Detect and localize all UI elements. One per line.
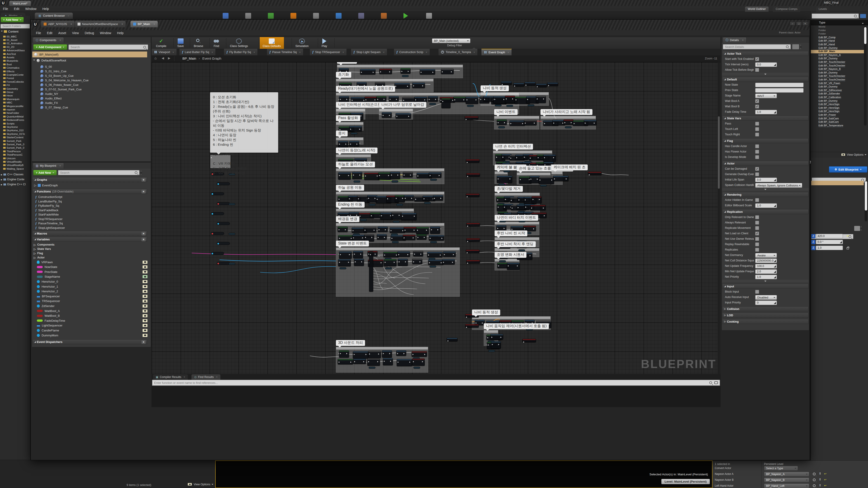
text-field[interactable] [755,83,804,87]
toolbar-browse[interactable]: Browse [191,37,206,49]
comment-bubble[interactable]: 기본 설정 [337,62,357,64]
transform-value-field[interactable]: 0.0 ° [816,240,843,244]
actor-dropdown[interactable]: BP_Nayeon_B [764,478,809,482]
outliner-row[interactable]: Edit BP_TouchChecker [818,61,845,64]
details-tab[interactable]: ⓘDetails× [723,37,747,43]
variable-item[interactable]: TRSequencer [37,299,151,303]
folder-item[interactable]: Cinematics [3,66,30,70]
variable-eye-toggle[interactable] [143,299,148,303]
expand-more-button[interactable] [722,73,809,75]
graph-node[interactable] [563,120,574,125]
variable-pill-node[interactable] [217,242,230,245]
folder-item[interactable]: NewFolder [3,111,30,115]
outliner-row[interactable]: Edit BP_Hand [818,39,835,42]
bp-menu-view[interactable]: View [69,30,82,36]
folder-item[interactable]: FX [3,84,30,87]
checkbox[interactable] [755,133,759,136]
graph-node[interactable] [401,68,410,74]
graph-node[interactable] [543,155,556,162]
view-options-button[interactable]: View Options [187,483,213,486]
comment-bubble[interactable]: 하늘 공원 이동 [336,185,364,191]
value-field[interactable]: 1.0 [755,110,777,114]
graph-node[interactable] [364,227,376,232]
event-node[interactable] [466,238,480,242]
browse-to-icon[interactable] [813,479,815,481]
outliner-row[interactable]: Edit BP_HereSign [818,110,839,113]
details-section-state-vars[interactable]: ◢State Vars [722,116,809,121]
sequence-stack-node[interactable] [369,252,373,292]
event-node[interactable] [465,116,478,120]
add-component-button[interactable]: +Add Component [33,44,67,50]
graph-node[interactable] [530,205,546,210]
wire-stub-node[interactable] [350,132,358,134]
graph-node[interactable] [360,69,375,74]
close-icon[interactable]: × [299,51,301,54]
checkbox[interactable] [755,144,759,148]
graph-node[interactable] [524,120,537,125]
eventgraph-row[interactable]: ▷EventGraph [34,183,151,188]
graph-node[interactable] [403,172,413,177]
graph-node[interactable] [536,96,546,103]
wire-stub-node[interactable] [499,260,506,262]
graph-node[interactable] [525,82,535,86]
bp-menu-debug[interactable]: Debug [82,30,97,36]
result-tab-1[interactable]: ◎Find Results× [191,375,220,380]
transform-value-field[interactable]: 420.0 [816,234,843,238]
checkbox[interactable] [755,198,759,202]
dock-tab-1[interactable]: Compose Comps [773,6,800,12]
wire-stub-node[interactable] [396,204,403,206]
variable-eye-toggle[interactable] [143,304,148,308]
graph-node[interactable] [392,212,401,219]
graph-node[interactable] [390,172,400,179]
graph-node[interactable] [441,69,454,74]
mb-eye-filter[interactable] [141,171,141,175]
outliner-row[interactable]: Edit BP_Dummy [818,46,837,50]
folder-item[interactable]: AnsTest [3,52,30,56]
graph-node[interactable] [507,263,520,270]
close-icon[interactable]: × [253,51,255,54]
settings-icon[interactable] [313,13,319,19]
function-item[interactable]: fPasueTimeline_Sq [35,221,151,225]
variable-eye-toggle[interactable] [143,290,148,293]
component-item[interactable]: Audio_Effect [40,96,151,101]
comment-bubble[interactable]: 3D 사운드 처리 [336,340,365,346]
folder-item[interactable]: Blueprints [3,59,30,63]
variable-pill-node[interactable] [211,232,224,235]
functions-header[interactable]: ◢Functions(19 Overridable)+ [32,189,147,194]
comment-bubble[interactable]: 나비 동적 생성 [480,86,509,91]
checkbox[interactable] [755,127,759,131]
folder-item[interactable]: ExampleConte [3,73,30,76]
variable-item[interactable]: NowState [37,265,151,269]
folder-item[interactable]: Sunset_Park_0 [3,146,30,150]
breadcrumb-leaf[interactable]: Event Graph [202,57,221,60]
graph-node[interactable] [412,351,427,357]
value-field[interactable]: 1.0 [755,203,777,208]
graph-node[interactable] [339,350,349,358]
comment-bubble[interactable]: 중지 [336,131,348,136]
content-root-row[interactable]: Content [1,30,19,33]
graph-node[interactable] [338,227,348,232]
component-item[interactable]: Audio_NY [40,92,151,96]
graph-node[interactable] [501,81,512,85]
graph-canvas[interactable]: BLUEPRINT 기본 설정초기화Ready(대기씬에서 노을 공원으로)나비… [152,62,720,374]
save-icon[interactable] [223,13,228,19]
folder-item[interactable]: SkyHome [3,125,30,129]
comment-bubble[interactable]: 나비 인터렉션 시작(손으로) [336,102,385,108]
components-search-input[interactable]: Search [68,44,148,50]
eyedropper-icon[interactable]: ✎ [818,483,822,487]
graph-node[interactable] [491,334,503,339]
graph-node[interactable] [404,195,414,201]
wire-stub-node[interactable] [429,103,436,105]
my-blueprint-tab[interactable]: ▤My Blueprint× [33,163,64,168]
grid-view-icon[interactable] [854,226,860,231]
comment-bubble[interactable]: 나비가 사라지고 노래 시작 됨 [540,109,592,115]
graph-node[interactable] [367,359,380,366]
function-item[interactable]: fStartFadeWhite [35,213,151,217]
folder-item[interactable]: Scripts [3,122,30,125]
outliner-view-options[interactable]: View Options [841,153,866,156]
graph-node[interactable] [352,172,362,179]
reset-icon[interactable]: ↩ [824,478,827,481]
toolbar-compile[interactable]: ✓Compile [153,37,169,49]
value-field[interactable]: 2.0 [755,269,777,274]
wire-stub-node[interactable] [503,170,510,172]
